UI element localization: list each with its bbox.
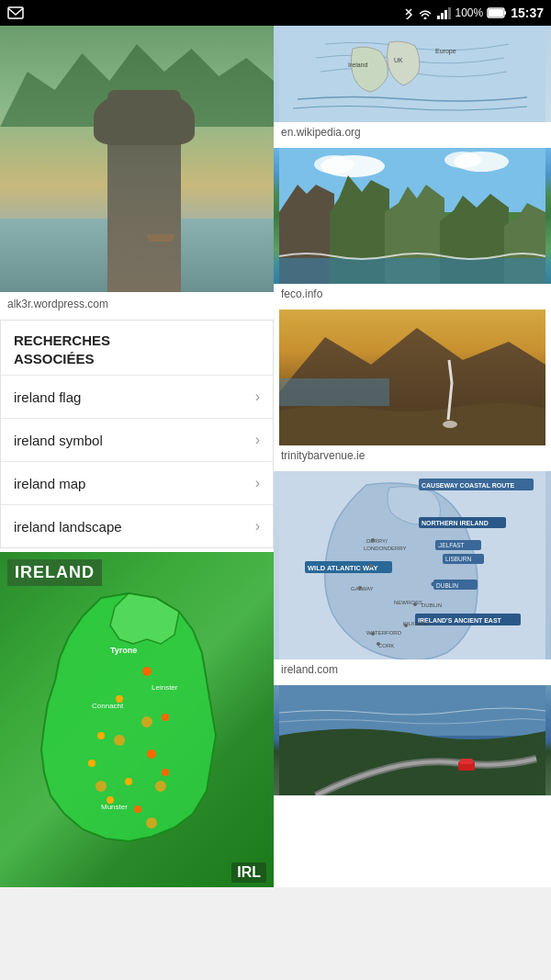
svg-rect-41 (279, 378, 389, 406)
svg-point-23 (146, 817, 157, 828)
wiki-map-image: Ireland UK Europe (274, 26, 551, 122)
svg-point-17 (134, 805, 141, 813)
ireland-road-map-svg: CAUSEWAY COASTAL ROUTE NORTHERN IRELAND … (274, 471, 551, 659)
svg-text:NEWROSS: NEWROSS (394, 600, 422, 605)
svg-text:Leinster: Leinster (152, 683, 178, 692)
related-item-map[interactable]: ireland map › (1, 461, 273, 504)
svg-text:Connacht: Connacht (92, 702, 124, 710)
svg-point-1 (424, 17, 427, 20)
rock-formation (107, 90, 181, 292)
svg-text:GALWAY: GALWAY (351, 586, 374, 591)
svg-point-20 (114, 735, 125, 746)
svg-text:Tyrone: Tyrone (110, 646, 137, 655)
wiki-map-svg: Ireland UK Europe (274, 26, 551, 122)
right-column: Ireland UK Europe en.wikipedia.org (274, 26, 551, 887)
cliffs-image-block[interactable]: feco.info (274, 148, 551, 308)
mountain-image-block[interactable]: trinitybarvenue.ie (274, 310, 551, 469)
svg-point-22 (96, 781, 107, 792)
battery-icon (487, 6, 507, 19)
svg-point-14 (125, 778, 132, 785)
wiki-image-block[interactable]: Ireland UK Europe en.wikipedia.org (274, 26, 551, 146)
wifi-icon (418, 6, 433, 19)
svg-rect-2 (437, 16, 440, 19)
svg-text:BELFAST: BELFAST (438, 542, 465, 548)
svg-point-37 (444, 152, 481, 168)
related-item-symbol[interactable]: ireland symbol › (1, 418, 273, 461)
svg-rect-5 (448, 7, 451, 19)
rock-top (94, 90, 195, 145)
status-right: 100% 15:37 (403, 6, 544, 20)
svg-point-68 (371, 538, 375, 542)
main-content: alk3r.wordpress.com RECHERCHESASSOCIÉES … (0, 26, 551, 887)
chevron-icon-flag: › (255, 389, 260, 405)
left-column: alk3r.wordpress.com RECHERCHESASSOCIÉES … (0, 26, 274, 887)
svg-point-12 (97, 732, 105, 739)
svg-point-70 (358, 586, 362, 590)
svg-text:LISBURN: LISBURN (445, 556, 471, 562)
svg-text:Europe: Europe (435, 48, 456, 55)
svg-text:CORK: CORK (378, 643, 394, 648)
irl-label: IRL (231, 862, 266, 883)
svg-point-19 (141, 716, 152, 727)
svg-point-72 (404, 624, 408, 627)
trinity-source: trinitybarvenue.ie (274, 445, 551, 469)
top-left-image (0, 26, 274, 292)
svg-text:NORTHERN IRELAND: NORTHERN IRELAND (422, 520, 489, 526)
chevron-icon-landscape: › (255, 518, 260, 535)
svg-point-69 (369, 564, 373, 568)
svg-text:DUBLIN: DUBLIN (422, 603, 442, 608)
related-searches-title: RECHERCHESASSOCIÉES (1, 321, 273, 375)
clock: 15:37 (511, 6, 544, 20)
svg-rect-4 (444, 10, 447, 19)
svg-rect-3 (441, 13, 444, 19)
svg-rect-7 (504, 11, 506, 15)
ireland-com-source: ireland.com (274, 659, 551, 683)
signal-icon (436, 6, 451, 19)
mail-icon (7, 6, 24, 20)
svg-point-40 (443, 421, 457, 428)
svg-point-16 (88, 760, 96, 767)
status-bar: 100% 15:37 (0, 0, 551, 26)
svg-point-73 (371, 632, 375, 636)
svg-text:IRELAND'S ANCIENT EAST: IRELAND'S ANCIENT EAST (418, 617, 502, 624)
svg-point-11 (162, 714, 169, 721)
chevron-icon-symbol: › (255, 432, 260, 448)
svg-text:DUBLIN: DUBLIN (436, 582, 458, 589)
feco-source: feco.info (274, 284, 551, 308)
svg-point-67 (437, 543, 441, 546)
svg-point-71 (413, 603, 417, 606)
ireland-road-map-block[interactable]: CAUSEWAY COASTAL ROUTE NORTHERN IRELAND … (274, 471, 551, 683)
related-searches-box: RECHERCHESASSOCIÉES ireland flag › irela… (0, 320, 274, 548)
cliffs-svg (274, 148, 551, 284)
svg-text:DERRY/: DERRY/ (366, 538, 388, 544)
chevron-icon-map: › (255, 475, 260, 491)
svg-text:CAUSEWAY COASTAL ROUTE: CAUSEWAY COASTAL ROUTE (422, 482, 515, 489)
svg-text:Ireland: Ireland (348, 62, 368, 68)
svg-text:Munster: Munster (101, 803, 128, 811)
wiki-source: en.wikipedia.org (274, 122, 551, 146)
cliffs-image (274, 148, 551, 284)
bluetooth-icon (403, 6, 414, 19)
svg-point-15 (162, 769, 169, 776)
svg-point-35 (314, 155, 354, 174)
svg-point-66 (432, 582, 436, 587)
svg-rect-8 (489, 9, 503, 17)
svg-rect-0 (8, 7, 23, 18)
coastal-road-block[interactable] (274, 685, 551, 795)
mountain-image (274, 310, 551, 445)
battery-percent: 100% (455, 6, 483, 19)
mountain-svg (274, 310, 551, 445)
left-top-source: alk3r.wordpress.com (0, 292, 274, 316)
boat (147, 234, 174, 242)
svg-text:LONDONDERRY: LONDONDERRY (364, 546, 407, 551)
svg-text:UK: UK (394, 57, 403, 63)
related-item-flag[interactable]: ireland flag › (1, 375, 273, 418)
svg-rect-77 (460, 759, 473, 764)
svg-point-9 (142, 667, 152, 676)
svg-text:WILD ATLANTIC WAY: WILD ATLANTIC WAY (308, 564, 377, 572)
ireland-road-map-image: CAUSEWAY COASTAL ROUTE NORTHERN IRELAND … (274, 471, 551, 659)
svg-point-74 (377, 642, 380, 646)
ireland-illustrated-map[interactable]: IRELAND (0, 552, 274, 887)
coastal-road-svg (274, 685, 551, 795)
related-item-landscape[interactable]: ireland landscape › (1, 504, 273, 547)
